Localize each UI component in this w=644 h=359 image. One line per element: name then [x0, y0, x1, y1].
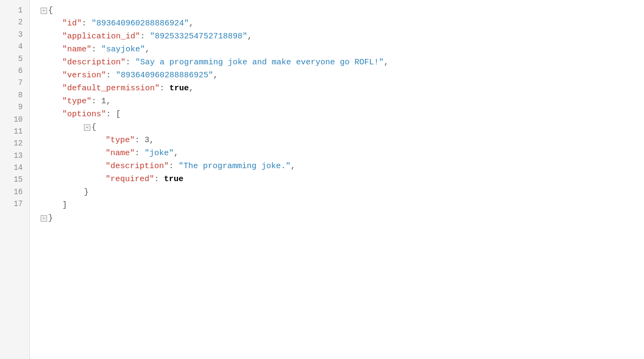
- line-number: 1: [0, 4, 29, 16]
- string-value-token: "Say a programming joke and make everyon…: [135, 56, 384, 69]
- key-token: "options": [62, 108, 106, 121]
- punctuation-token: ,: [384, 56, 389, 69]
- punctuation-token: :: [82, 17, 91, 30]
- boolean-value-token: true: [164, 173, 183, 186]
- bracket-token: {: [48, 4, 53, 17]
- punctuation-token: :: [169, 160, 179, 173]
- line-number: 9: [0, 101, 29, 113]
- line-number: 15: [0, 174, 29, 185]
- boolean-value-token: true: [169, 82, 189, 95]
- code-line: ]: [41, 199, 644, 212]
- line-number: 6: [0, 65, 29, 77]
- key-token: "version": [62, 69, 106, 82]
- key-token: "description": [62, 56, 126, 69]
- punctuation-token: ,: [106, 95, 111, 108]
- code-line: }: [41, 186, 644, 199]
- code-line: "name": "sayjoke",: [41, 43, 644, 56]
- line-number: 10: [0, 114, 29, 125]
- punctuation-token: ,: [291, 160, 295, 173]
- collapse-button[interactable]: -: [84, 124, 90, 131]
- code-line: "application_id": "892533254752718898",: [41, 30, 644, 43]
- code-content: -{"id": "893640960288886924","applicatio…: [30, 0, 644, 359]
- code-line: "default_permission": true,: [41, 82, 644, 95]
- code-line: "type": 1,: [41, 95, 644, 108]
- code-line: "description": "Say a programming joke a…: [41, 56, 644, 69]
- punctuation-token: ,: [213, 69, 218, 82]
- code-line: "name": "joke",: [41, 147, 644, 160]
- punctuation-token: :: [160, 82, 169, 95]
- code-line: "version": "893640960288886925",: [41, 69, 644, 82]
- line-number: 12: [0, 137, 29, 149]
- key-token: "name": [106, 147, 135, 160]
- line-number: 4: [0, 41, 29, 52]
- bracket-token: }: [84, 186, 89, 199]
- line-number: 8: [0, 89, 29, 101]
- key-token: "id": [62, 17, 82, 30]
- line-numbers: 1234567891011121314151617: [0, 0, 30, 359]
- punctuation-token: :: [135, 134, 144, 147]
- key-token: "application_id": [62, 30, 140, 43]
- punctuation-token: ,: [189, 17, 194, 30]
- punctuation-token: :: [106, 69, 116, 82]
- code-line: "options": [: [41, 108, 644, 121]
- key-token: "type": [106, 134, 135, 147]
- punctuation-token: :: [126, 56, 135, 69]
- string-value-token: "sayjoke": [101, 43, 145, 56]
- code-line: "id": "893640960288886924",: [41, 17, 644, 30]
- punctuation-token: ,: [247, 30, 252, 43]
- line-number: 5: [0, 53, 29, 65]
- key-token: "type": [62, 95, 91, 108]
- line-number: 11: [0, 125, 29, 137]
- punctuation-token: :: [154, 173, 164, 186]
- code-line: -{: [41, 121, 644, 134]
- string-value-token: "893640960288886925": [116, 69, 213, 82]
- code-line: "type": 3,: [41, 134, 644, 147]
- code-line: "description": "The programming joke.",: [41, 160, 644, 173]
- collapse-button[interactable]: -: [41, 8, 47, 14]
- key-token: "description": [106, 160, 169, 173]
- collapse-button[interactable]: -: [41, 215, 47, 222]
- line-number: 17: [0, 198, 29, 210]
- punctuation-token: ,: [174, 147, 179, 160]
- code-line: -{: [41, 4, 644, 17]
- number-value-token: 1: [101, 95, 106, 108]
- key-token: "required": [106, 173, 154, 186]
- bracket-token: ]: [62, 199, 67, 212]
- bracket-token: {: [91, 121, 96, 134]
- string-value-token: "The programming joke.": [179, 160, 291, 173]
- punctuation-token: : [: [106, 108, 121, 121]
- punctuation-token: ,: [145, 43, 150, 56]
- line-number: 16: [0, 186, 29, 198]
- code-line: -}: [41, 212, 644, 225]
- code-line: "required": true: [41, 173, 644, 186]
- line-number: 14: [0, 162, 29, 174]
- punctuation-token: :: [140, 30, 150, 43]
- line-number: 3: [0, 29, 29, 41]
- punctuation-token: ,: [149, 134, 154, 147]
- punctuation-token: :: [135, 147, 144, 160]
- punctuation-token: :: [91, 43, 101, 56]
- string-value-token: "joke": [144, 147, 174, 160]
- number-value-token: 3: [144, 134, 149, 147]
- line-number: 7: [0, 77, 29, 89]
- key-token: "default_permission": [62, 82, 160, 95]
- key-token: "name": [62, 43, 91, 56]
- punctuation-token: ,: [189, 82, 194, 95]
- string-value-token: "892533254752718898": [150, 30, 247, 43]
- line-number: 13: [0, 150, 29, 162]
- punctuation-token: :: [91, 95, 101, 108]
- code-viewer: 1234567891011121314151617 -{"id": "89364…: [0, 0, 644, 359]
- line-number: 2: [0, 16, 29, 28]
- string-value-token: "893640960288886924": [91, 17, 189, 30]
- bracket-token: }: [48, 212, 53, 225]
